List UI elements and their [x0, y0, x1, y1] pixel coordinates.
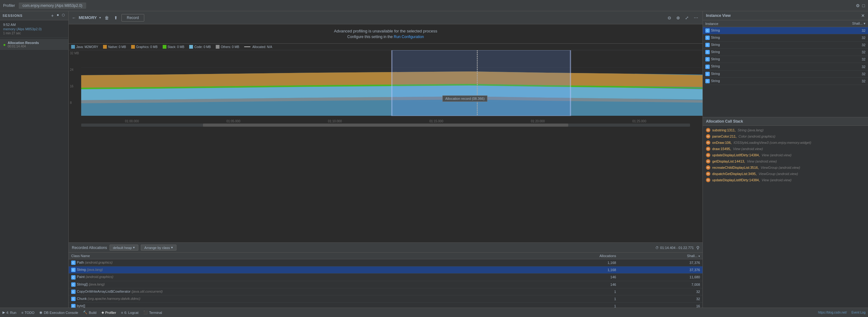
status-profiler[interactable]: ◈ Profiler	[101, 311, 116, 315]
method-name: recreateChildDisplayList:3516,	[712, 166, 759, 169]
table-row[interactable]: CCopyOnWriteArrayList$CowIterator (java.…	[69, 288, 703, 295]
legend-java-label: Java: M2MORY	[76, 45, 98, 49]
call-stack-list: msubstring:1311, String (java.lang)mpars…	[703, 126, 868, 317]
y-label-8: 8	[70, 101, 80, 104]
method-icon: m	[706, 153, 710, 157]
allocation-count: 1	[518, 295, 619, 302]
todo-icon: ≡	[21, 311, 23, 315]
memory-chart-svg[interactable]	[81, 50, 703, 119]
instance-row[interactable]: CString32	[703, 27, 868, 34]
call-stack-item[interactable]: mdraw:15495, View (android.view)	[703, 146, 868, 152]
allocation-count: 1	[518, 288, 619, 295]
class-icon: C	[71, 282, 75, 287]
chart-scrollbar[interactable]	[81, 124, 690, 127]
stop-session-icon[interactable]: ■	[56, 13, 60, 18]
tab-label[interactable]: com.enjoy.memory (Alps M853p2.0)	[19, 2, 86, 9]
instance-cell: CString	[703, 63, 788, 70]
col-shallow-inst[interactable]: Shall... ▾	[788, 20, 868, 27]
todo-label: TODO	[25, 311, 35, 315]
add-session-icon[interactable]: +	[50, 13, 55, 18]
y-label-24: 24	[70, 68, 80, 71]
call-stack-item[interactable]: mupdateDisplayListIfDirty:14384, View (a…	[703, 152, 868, 158]
filter-icon[interactable]: ⚲	[696, 245, 700, 250]
col-shallow[interactable]: Shall... ▾	[619, 253, 703, 259]
call-stack-item[interactable]: mrecreateChildDisplayList:3516, ViewGrou…	[703, 164, 868, 171]
arrange-select[interactable]: Arrange by class ▾	[141, 245, 177, 251]
instance-name: String	[711, 57, 720, 61]
legend-allocated-line	[244, 46, 250, 47]
profiler-label: Profiler	[105, 311, 116, 315]
zoom-in-icon[interactable]: ⊕	[675, 15, 681, 21]
instance-icon: C	[705, 65, 710, 69]
event-log[interactable]: Event Log	[851, 311, 866, 314]
status-run[interactable]: ▶ 4: Run	[2, 311, 16, 315]
class-icon: C	[71, 289, 75, 294]
legend-others: Others: 0 MB	[216, 45, 239, 49]
instance-row[interactable]: CString32	[703, 34, 868, 41]
more-icon[interactable]: ⋯	[692, 15, 700, 21]
call-stack-item[interactable]: mdispatchGetDisplayList:3495, ViewGroup …	[703, 171, 868, 177]
table-row[interactable]: CPaint (android.graphics)14611,680	[69, 274, 703, 281]
instance-row[interactable]: CString32	[703, 56, 868, 63]
delete-icon[interactable]: 🗑	[103, 15, 110, 21]
legend-graphics-color	[131, 45, 135, 49]
allocation-count: 146	[518, 274, 619, 281]
settings-icon[interactable]: ⚙	[856, 3, 860, 8]
table-row[interactable]: CString (java.lang)1,16837,376	[69, 266, 703, 274]
table-row[interactable]: CChunk (org.apache.harmony.dalvik.ddmc)1…	[69, 295, 703, 302]
call-stack-item[interactable]: mupdateDisplayListIfDirty:14384, View (a…	[703, 177, 868, 183]
instance-row[interactable]: CString32	[703, 49, 868, 56]
col-allocations[interactable]: Allocations	[518, 253, 619, 259]
profiler-icon: ◈	[101, 311, 104, 315]
session-duration: 1 min 27 sec	[3, 32, 65, 35]
call-stack-item[interactable]: mparseColor:211, Color (android.graphics…	[703, 133, 868, 139]
instance-shallow: 32	[788, 77, 868, 85]
status-todo[interactable]: ≡ TODO	[21, 311, 34, 315]
split-session-icon[interactable]: ⬡	[61, 13, 66, 18]
table-row[interactable]: CString[] (java.lang)1467,008	[69, 281, 703, 288]
maximize-icon[interactable]: □	[862, 3, 865, 8]
allocation-record-item[interactable]: ● Allocation Records 00:01:14.404	[0, 39, 68, 50]
memory-dropdown-icon[interactable]: ▾	[99, 16, 101, 19]
class-name: byte[]	[77, 304, 85, 308]
status-logcat[interactable]: ≡ 6: Logcat	[121, 311, 138, 315]
zoom-out-icon[interactable]: ⊖	[666, 15, 673, 21]
shallow-sort-inst: ▾	[864, 22, 866, 25]
instance-cell: CString	[703, 49, 788, 56]
class-name-cell: CPath (android.graphics)	[69, 259, 518, 266]
method-name: dispatchGetDisplayList:3495,	[712, 172, 756, 176]
center-content: ← MEMORY ▾ 🗑 ⬆ Record ⊖ ⊕ ⤢ ⋯ Advanced p…	[69, 11, 703, 317]
call-stack-item[interactable]: msubstring:1311, String (java.lang)	[703, 127, 868, 133]
heap-select[interactable]: default heap ▾	[110, 245, 138, 251]
heap-dropdown-icon: ▾	[133, 246, 135, 250]
method-name: substring:1311,	[712, 128, 736, 132]
record-button[interactable]: Record	[121, 14, 144, 22]
instance-scroll[interactable]: Instance Shall... ▾ CString32CString32CS…	[703, 20, 868, 117]
call-stack-item[interactable]: monDraw:106, IOSStyleLoadingView3 (com.e…	[703, 139, 868, 146]
class-name-cell: CString[] (java.lang)	[69, 281, 518, 288]
table-row[interactable]: CPath (android.graphics)1,16837,376	[69, 259, 703, 266]
instance-row[interactable]: CString32	[703, 77, 868, 85]
instance-cell: CString	[703, 34, 788, 41]
instance-view-close[interactable]: ✕	[861, 13, 865, 18]
resize-icon[interactable]: ⤢	[684, 15, 690, 21]
status-db[interactable]: ◉ DB Execution Console	[39, 311, 78, 315]
allocation-time: 00:01:14.404	[7, 44, 39, 48]
instance-row[interactable]: CString32	[703, 63, 868, 70]
run-config-link[interactable]: Run Configuration	[394, 35, 424, 39]
call-stack-item[interactable]: mgetDisplayList:14413, View (android.vie…	[703, 158, 868, 164]
chart-xaxis: 01:00.000 01:05.000 01:10.000 01:15.000 …	[69, 119, 703, 124]
instance-row[interactable]: CString32	[703, 70, 868, 77]
instance-icon: C	[705, 57, 710, 61]
export-icon[interactable]: ⬆	[113, 15, 119, 21]
instance-name: String	[711, 64, 720, 68]
back-button[interactable]: ←	[72, 15, 76, 20]
legend-stack: Stack: 0 MB	[163, 45, 185, 49]
status-url: https://blog.csdn.net/ Event Log	[818, 311, 866, 314]
session-item[interactable]: 9:52 AM memory (Alps M853p2.0) 1 min 27 …	[0, 20, 68, 38]
status-terminal[interactable]: ⬛ Terminal	[143, 311, 162, 315]
chart-area: Java: M2MORY Native: 0 MB Graphics: 0 MB…	[69, 44, 703, 243]
status-build[interactable]: 🔨 Build	[83, 311, 96, 315]
chart-svg-container[interactable]: 32 MB 24 16 8	[69, 50, 703, 119]
instance-row[interactable]: CString32	[703, 41, 868, 49]
